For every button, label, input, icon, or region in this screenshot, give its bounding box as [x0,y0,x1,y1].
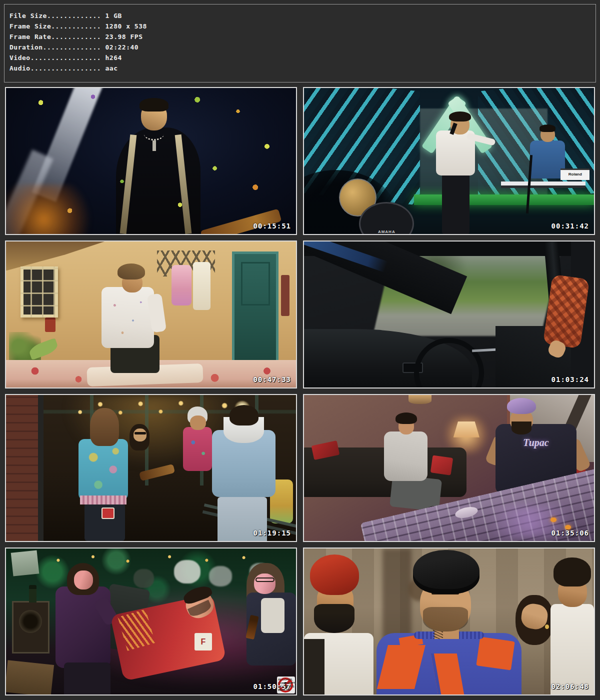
screenshot-grid: 00:15:51 AMAHA Roland 00:31:42 [5,87,595,696]
grey-sweatshirt [384,432,428,481]
thumbnail-image-beanie-closeup [304,548,594,694]
info-label: Duration.............. [10,44,101,51]
thumbnail-image-courtyard [6,242,296,388]
info-row-audio: Audio................. aac [10,63,596,74]
info-value: aac [106,64,118,72]
timestamp-overlay: 00:47:33 [254,376,291,384]
crowd-figure [209,566,232,586]
thumbnail-image-concert-confetti [6,88,296,234]
window-grille [20,266,58,318]
door-panel [241,262,270,306]
timestamp-overlay: 02:06:48 [552,682,589,690]
info-label: Audio................. [10,64,101,72]
wall-jar [45,318,55,332]
info-row-frame-size: Frame Size............ 1280 x 538 [10,21,596,32]
screenshot-thumbnail-3: 00:47:33 [5,240,297,388]
info-row-file-size: File Size............. 1 GB [10,10,596,21]
singer-hair [449,112,471,122]
screenshot-thumbnail-2: AMAHA Roland 00:31:42 [303,87,595,235]
thumbnail-image-street [6,395,296,541]
timestamp-overlay: 01:35:06 [552,529,589,537]
bottle-on-speaker [29,585,36,602]
screenshot-thumbnail-1: 00:15:51 [5,87,297,235]
jacket-fringe [80,496,126,504]
screenshot-thumbnail-5: 01:19:15 [5,394,297,542]
timestamp-overlay: 01:03:24 [552,376,589,384]
info-value: 02:22:40 [106,44,139,51]
hanging-clothes [172,265,192,306]
screenshot-thumbnail-8: 02:06:48 [303,548,595,696]
info-label: Video................. [10,54,101,62]
turban-man-vest [304,639,324,694]
info-row-frame-rate: Frame Rate............ 23.98 FPS [10,32,596,42]
string-lights [35,552,267,569]
thumbnail-image-led-stage: AMAHA Roland [304,88,594,234]
red-pocket-patch [102,508,114,519]
info-value: 23.98 FPS [106,33,143,40]
keyboard-brand-label: Roland [560,168,590,180]
timestamp-overlay: 01:19:15 [254,529,291,537]
red-turban [310,554,360,596]
confetti-layer [6,88,296,234]
glasses [134,432,146,434]
timestamp-overlay: 00:31:42 [552,222,589,230]
right-man-shirt [550,604,594,694]
info-value: 1280 x 538 [106,22,147,30]
producer-hair [507,398,536,414]
man-face [190,416,206,430]
brick-wall [6,395,41,541]
timestamp-overlay: 00:15:51 [254,222,291,230]
screenshot-thumbnail-6: Tupac 01:35:06 [303,394,595,542]
red-pillow [430,455,453,475]
turban-man-beard [314,604,354,633]
keyboardist-hair [540,124,556,132]
seated-man-hair [396,412,418,424]
file-info-panel: File Size............. 1 GB Frame Size..… [4,4,596,82]
glasses-woman-tee [261,598,284,633]
info-row-duration: Duration.............. 02:22:40 [10,42,596,52]
info-value: h264 [106,54,122,62]
thumbnail-image-car-door [304,242,594,388]
shirt-print [102,287,154,348]
tshirt-print: Tupac [523,437,548,448]
info-label: Frame Rate............ [10,33,101,40]
wooden-table [6,660,54,694]
right-man-hair [554,558,591,586]
singer-pants [442,174,470,234]
guitarist-face [134,428,146,442]
paisley-jacket [78,439,128,500]
timestamp-overlay: 01:50:57 [254,682,291,690]
man-hair [118,264,145,280]
denim-man-hair [230,405,258,426]
keyboardist-figure [530,140,565,178]
black-beanie [413,550,480,594]
woman-face [74,570,93,590]
beard-stubble [423,607,468,632]
pole [38,395,44,541]
crowd-figure [174,560,200,584]
screenshot-thumbnail-4: 01:03:24 [303,240,595,388]
keyboard [501,182,585,188]
glasses-woman-face [254,574,276,594]
screenshot-thumbnail-7: F ALCOHOL CONSUMPTION IS INJURIOUS TO HE… [5,548,297,696]
woman-hair [90,408,119,446]
glasses [256,578,274,582]
console-led [550,518,556,522]
sweater-letter-shape [476,636,514,670]
wall-sconce [408,395,432,404]
earring [545,624,549,629]
producer-beard [512,422,532,434]
info-label: Frame Size............ [10,22,101,30]
thumbnail-image-studio: Tupac [304,395,594,541]
letter-patch: F [194,633,212,650]
info-label: File Size............. [10,12,101,20]
thumbnail-image-party: F ALCOHOL CONSUMPTION IS INJURIOUS TO HE… [6,548,296,694]
info-row-video: Video................. h264 [10,52,596,63]
woman-pants [64,662,110,694]
blurred-doorway [382,548,412,642]
hanging-towel [193,262,210,310]
green-stage-light [414,194,594,204]
info-value: 1 GB [106,12,122,20]
wall-hanging [281,275,290,316]
pink-shirt-man [183,427,212,471]
